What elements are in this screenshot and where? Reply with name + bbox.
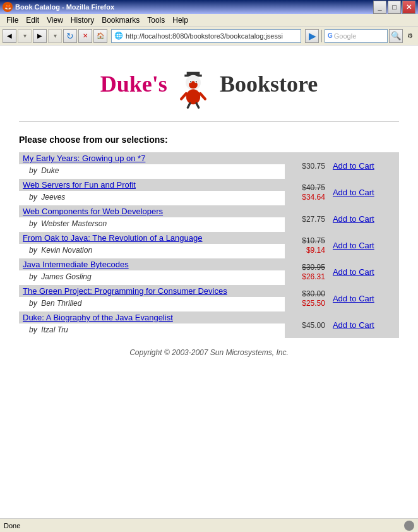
menu-edit[interactable]: Edit — [22, 15, 43, 26]
book-price-cell: $30.95$26.31 — [285, 258, 329, 285]
price-normal: $30.75 — [302, 162, 325, 171]
address-bar[interactable]: 🌐 http://localhost:8080/bookstore3/bookc… — [111, 29, 301, 43]
add-to-cart-cell: Add to Cart — [329, 152, 399, 179]
book-title-link[interactable]: My Early Years: Growing up on *7 — [23, 154, 145, 163]
page-content: Duke's — [0, 45, 418, 370]
book-title-link[interactable]: Web Components for Web Developers — [23, 207, 163, 216]
svg-line-12 — [196, 103, 198, 107]
stop-button[interactable]: ✕ — [78, 29, 92, 43]
book-title-link[interactable]: Duke: A Biography of the Java Evangelist — [23, 313, 173, 322]
author-name: by Kevin Novation — [29, 246, 92, 255]
search-button[interactable]: 🔍 — [389, 29, 403, 43]
security-icon — [404, 521, 414, 531]
price-original: $30.00 — [302, 289, 325, 298]
price-sale: $34.64 — [302, 193, 325, 202]
book-author: by James Gosling — [19, 270, 285, 285]
add-to-cart-cell: Add to Cart — [329, 205, 399, 232]
home-button[interactable]: 🏠 — [93, 29, 107, 43]
menu-view[interactable]: View — [43, 15, 67, 26]
book-price-cell: $10.75$9.14 — [285, 232, 329, 258]
menu-bookmarks[interactable]: Bookmarks — [98, 15, 143, 26]
menubar: File Edit View History Bookmarks Tools H… — [0, 14, 418, 27]
add-to-cart-cell: Add to Cart — [329, 232, 399, 258]
author-name: by Ben Thrilled — [29, 299, 81, 308]
add-to-cart-button[interactable]: Add to Cart — [333, 267, 374, 277]
book-author: by Ben Thrilled — [19, 297, 285, 311]
add-to-cart-button[interactable]: Add to Cart — [333, 294, 374, 303]
back-dropdown[interactable]: ▾ — [18, 29, 32, 43]
author-name: by Jeeves — [29, 193, 65, 202]
toolbar: ◀ ▾ ▶ ▾ ↻ ✕ 🏠 🌐 http://localhost:8080/bo… — [0, 27, 418, 45]
menu-file[interactable]: File — [3, 15, 22, 26]
price-original: $40.75 — [302, 183, 325, 192]
table-row: From Oak to Java: The Revolution of a La… — [19, 232, 399, 244]
book-author: by Jeeves — [19, 191, 285, 205]
price-normal: $45.00 — [302, 321, 325, 330]
svg-line-10 — [200, 94, 205, 99]
address-icon: 🌐 — [114, 32, 123, 40]
section-title: Please choose from our selections: — [19, 135, 399, 145]
google-icon: G — [328, 32, 333, 39]
refresh-button[interactable]: ↻ — [63, 29, 77, 43]
book-title-link[interactable]: The Green Project: Programming for Consu… — [23, 286, 227, 296]
svg-point-6 — [190, 82, 191, 83]
forward-dropdown[interactable]: ▾ — [48, 29, 62, 43]
duke-mascot — [174, 71, 212, 109]
add-to-cart-button[interactable]: Add to Cart — [333, 214, 374, 224]
header-divider — [19, 121, 399, 122]
add-to-cart-button[interactable]: Add to Cart — [333, 241, 374, 250]
price-normal: $27.75 — [302, 215, 325, 224]
forward-button[interactable]: ▶ — [33, 29, 47, 43]
add-to-cart-cell: Add to Cart — [329, 179, 399, 205]
book-title-link[interactable]: From Oak to Java: The Revolution of a La… — [23, 233, 202, 243]
menu-history[interactable]: History — [67, 15, 98, 26]
status-text: Done — [4, 522, 20, 529]
bookstore-label: Bookstore — [220, 71, 318, 97]
back-button[interactable]: ◀ — [3, 29, 16, 43]
copyright: Copyright © 2003-2007 Sun Microsystems, … — [19, 348, 399, 357]
price-sale: $9.14 — [306, 246, 325, 255]
go-button[interactable]: ▶ — [305, 29, 319, 43]
search-placeholder: Google — [334, 32, 356, 40]
book-price-cell: $45.00 — [285, 311, 329, 338]
address-text: http://localhost:8080/bookstore3/bookcat… — [126, 32, 283, 40]
author-name: by Webster Masterson — [29, 219, 107, 228]
book-title-link[interactable]: Web Servers for Fun and Profit — [23, 180, 136, 190]
close-button[interactable]: ✕ — [402, 1, 415, 14]
browser-content: Duke's — [0, 45, 418, 518]
book-price-cell: $30.75 — [285, 152, 329, 179]
add-to-cart-button[interactable]: Add to Cart — [333, 161, 374, 171]
books-table: My Early Years: Growing up on *7$30.75Ad… — [19, 152, 399, 338]
dukes-label: Duke's — [100, 71, 167, 97]
book-title-link[interactable]: Java Intermediate Bytecodes — [23, 260, 129, 269]
price-original: $10.75 — [302, 236, 325, 245]
book-price-cell: $27.75 — [285, 205, 329, 232]
minimize-button[interactable]: _ — [373, 1, 386, 14]
add-to-cart-button[interactable]: Add to Cart — [333, 188, 374, 197]
add-to-cart-button[interactable]: Add to Cart — [333, 320, 374, 330]
svg-point-7 — [196, 82, 197, 83]
settings-button[interactable]: ⚙ — [404, 30, 415, 42]
price-sale: $26.31 — [302, 272, 325, 281]
window-title: Book Catalog - Mozilla Firefox — [15, 3, 373, 11]
maximize-button[interactable]: □ — [388, 1, 401, 14]
menu-help[interactable]: Help — [169, 15, 192, 26]
table-row: Web Servers for Fun and Profit$40.75$34.… — [19, 179, 399, 191]
menu-tools[interactable]: Tools — [143, 15, 169, 26]
table-row: Web Components for Web Developers$27.75A… — [19, 205, 399, 217]
add-to-cart-cell: Add to Cart — [329, 258, 399, 285]
author-name: by Itzal Tru — [29, 325, 68, 334]
price-sale: $25.50 — [302, 299, 325, 308]
svg-line-11 — [188, 103, 190, 107]
author-name: by James Gosling — [29, 272, 92, 281]
table-row: Java Intermediate Bytecodes$30.95$26.31A… — [19, 258, 399, 270]
separator — [321, 30, 322, 42]
firefox-icon: 🦊 — [3, 2, 13, 12]
table-row: The Green Project: Programming for Consu… — [19, 285, 399, 297]
search-box[interactable]: G Google — [325, 29, 388, 43]
book-author: by Itzal Tru — [19, 323, 285, 338]
window-controls[interactable]: _ □ ✕ — [373, 1, 415, 14]
add-to-cart-cell: Add to Cart — [329, 285, 399, 311]
book-author: by Kevin Novation — [19, 244, 285, 258]
page-header: Duke's — [19, 58, 399, 115]
